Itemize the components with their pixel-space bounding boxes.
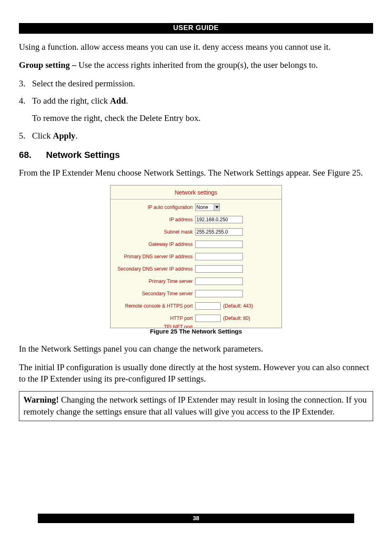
- http-port-input[interactable]: [195, 315, 221, 322]
- panel-title: Network settings: [111, 185, 281, 199]
- row-secondary-dns: Secondary DNS server IP address: [113, 265, 279, 273]
- gateway-input[interactable]: [195, 241, 243, 248]
- warning-label: Warning!: [23, 395, 61, 405]
- step-text-tail: .: [126, 96, 128, 106]
- step-number: 5.: [19, 130, 32, 141]
- row-ip-auto: IP auto configuration None: [113, 204, 279, 211]
- step-number: 3.: [19, 78, 32, 89]
- row-primary-dns: Primary DNS server IP address: [113, 253, 279, 260]
- label-http-port: HTTP port: [113, 315, 195, 322]
- group-setting-text: Use the access rights inherited from the…: [78, 60, 318, 70]
- label-ip-auto: IP auto configuration: [113, 204, 195, 211]
- section-intro: From the IP Extender Menu choose Network…: [19, 167, 373, 178]
- header-bar: USER GUIDE: [19, 23, 373, 34]
- row-subnet: Subnet mask: [113, 228, 279, 236]
- after-figure-paragraph-1: In the Network Settings panel you can ch…: [19, 343, 373, 354]
- telnet-row-cutoff: TELNET port: [111, 324, 281, 328]
- label-ip-address: IP address: [113, 216, 195, 223]
- subnet-input[interactable]: [195, 228, 243, 236]
- ip-address-input[interactable]: [195, 216, 243, 223]
- intro-paragraph: Using a function. allow access means you…: [19, 41, 373, 53]
- step-number: 4.: [19, 95, 32, 124]
- apply-keyword: Apply: [53, 131, 76, 141]
- svg-marker-0: [215, 206, 219, 208]
- label-subnet: Subnet mask: [113, 229, 195, 235]
- warning-text: Changing the network settings of IP Exte…: [23, 395, 367, 416]
- step-text-tail: .: [76, 131, 78, 141]
- figure-caption: Figure 25 The Network Settings: [19, 327, 373, 336]
- row-https-port: Remote console & HTTPS port (Default: 44…: [113, 302, 279, 310]
- section-heading: 68. Network Settings: [19, 149, 373, 161]
- https-default-hint: (Default: 443): [221, 303, 279, 309]
- secondary-dns-input[interactable]: [195, 265, 243, 273]
- footer-bar: 38: [38, 514, 354, 523]
- row-primary-time: Primary Time server: [113, 278, 279, 285]
- row-ip-address: IP address: [113, 216, 279, 223]
- label-gateway: Gateway IP address: [113, 241, 195, 248]
- group-setting-paragraph: Group setting – Use the access rights in…: [19, 59, 373, 71]
- ip-auto-select-value: None: [196, 204, 214, 211]
- ip-auto-select[interactable]: None: [195, 204, 220, 211]
- label-primary-dns: Primary DNS server IP address: [113, 253, 195, 260]
- row-http-port: HTTP port (Default: 80): [113, 315, 279, 322]
- steps-list: 3. Select the desired permission. 4. To …: [19, 78, 373, 141]
- primary-dns-input[interactable]: [195, 253, 243, 260]
- add-keyword: Add: [110, 96, 126, 106]
- label-secondary-dns: Secondary DNS server IP address: [113, 266, 195, 272]
- network-settings-panel: Network settings IP auto configuration N…: [110, 185, 282, 328]
- group-setting-label: Group setting –: [19, 60, 78, 70]
- warning-box: Warning! Changing the network settings o…: [19, 391, 373, 421]
- label-primary-time: Primary Time server: [113, 278, 195, 285]
- after-figure-paragraph-2: The initial IP configuration is usually …: [19, 361, 373, 385]
- label-secondary-time: Secondary Time server: [113, 290, 195, 297]
- section-title-text: Network Settings: [46, 149, 120, 161]
- step-subtext: To remove the right, check the Delete En…: [32, 112, 373, 124]
- label-https-port: Remote console & HTTPS port: [113, 303, 195, 309]
- http-default-hint: (Default: 80): [221, 315, 279, 322]
- section-number: 68.: [19, 149, 46, 161]
- step-text: Select the desired permission.: [32, 78, 373, 89]
- primary-time-input[interactable]: [195, 278, 243, 285]
- secondary-time-input[interactable]: [195, 290, 243, 297]
- step-text: To add the right, click: [32, 96, 110, 106]
- row-gateway: Gateway IP address: [113, 241, 279, 248]
- chevron-down-icon[interactable]: [214, 204, 219, 211]
- https-port-input[interactable]: [195, 302, 221, 310]
- row-secondary-time: Secondary Time server: [113, 290, 279, 297]
- step-text: Click: [32, 131, 53, 141]
- figure: Network settings IP auto configuration N…: [19, 185, 373, 336]
